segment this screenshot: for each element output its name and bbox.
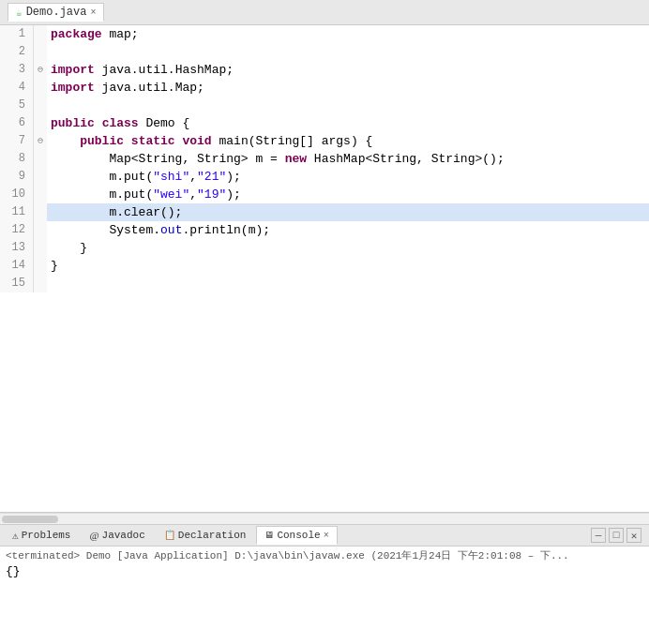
code-line-13: 13 }: [0, 239, 649, 257]
console-result: {}: [6, 564, 643, 578]
code-content-13: }: [47, 239, 649, 257]
code-content-2: [47, 43, 649, 61]
fold-indicator-6: [34, 114, 47, 132]
code-line-7: 7⊖ public static void main(String[] args…: [0, 132, 649, 150]
fold-indicator-7[interactable]: ⊖: [34, 132, 47, 150]
tab-javadoc-label: Javadoc: [102, 530, 145, 541]
fold-indicator-10: [34, 186, 47, 203]
code-content-1: package map;: [47, 25, 649, 43]
code-content-7: public static void main(String[] args) {: [47, 132, 649, 150]
code-line-15: 15: [0, 275, 649, 292]
editor-tab-demo[interactable]: ☕ Demo.java ×: [8, 3, 104, 22]
code-editor[interactable]: 1package map;2 3⊖import java.util.HashMa…: [0, 25, 649, 513]
h-scroll-thumb[interactable]: [2, 516, 58, 523]
code-line-12: 12 System.out.println(m);: [0, 221, 649, 239]
tab-declaration[interactable]: 📋 Declaration: [156, 526, 255, 545]
fold-indicator-1: [34, 25, 47, 43]
line-number-15: 15: [0, 275, 34, 292]
tab-console-label: Console: [277, 530, 320, 541]
console-output: <terminated> Demo [Java Application] D:\…: [0, 547, 649, 644]
close-panel-button[interactable]: ✕: [626, 528, 641, 543]
line-number-8: 8: [0, 150, 34, 168]
code-line-2: 2: [0, 43, 649, 61]
editor-title-bar: ☕ Demo.java ×: [0, 0, 649, 25]
line-number-9: 9: [0, 168, 34, 186]
code-content-15: [47, 275, 649, 292]
code-lines: 1package map;2 3⊖import java.util.HashMa…: [0, 25, 649, 292]
code-line-10: 10 m.put("wei","19");: [0, 186, 649, 203]
code-content-4: import java.util.Map;: [47, 79, 649, 97]
line-number-12: 12: [0, 221, 34, 239]
maximize-button[interactable]: □: [609, 528, 624, 543]
fold-indicator-4: [34, 79, 47, 97]
fold-indicator-9: [34, 168, 47, 186]
code-line-9: 9 m.put("shi","21");: [0, 168, 649, 186]
fold-indicator-11: [34, 203, 47, 221]
tab-declaration-label: Declaration: [178, 530, 247, 541]
fold-indicator-15: [34, 275, 47, 292]
code-line-3: 3⊖import java.util.HashMap;: [0, 61, 649, 79]
editor-tab-label: Demo.java: [26, 6, 87, 19]
line-number-3: 3: [0, 61, 34, 79]
code-content-12: System.out.println(m);: [47, 221, 649, 239]
code-content-6: public class Demo {: [47, 114, 649, 132]
code-line-5: 5: [0, 97, 649, 114]
file-icon: ☕: [16, 7, 23, 19]
code-content-8: Map<String, String> m = new HashMap<Stri…: [47, 150, 649, 168]
fold-indicator-3[interactable]: ⊖: [34, 61, 47, 79]
editor-tab-close[interactable]: ×: [90, 7, 96, 18]
fold-indicator-8: [34, 150, 47, 168]
tab-problems[interactable]: ⚠ Problems: [4, 526, 79, 545]
code-line-4: 4import java.util.Map;: [0, 79, 649, 97]
javadoc-icon: @: [89, 530, 98, 541]
console-tab-close[interactable]: ×: [324, 531, 329, 541]
bottom-toolbar: — □ ✕: [587, 528, 645, 543]
console-terminated-line: <terminated> Demo [Java Application] D:\…: [6, 548, 643, 562]
line-number-7: 7: [0, 132, 34, 150]
code-line-1: 1package map;: [0, 25, 649, 43]
code-content-11: m.clear();: [47, 203, 649, 221]
code-content-9: m.put("shi","21");: [47, 168, 649, 186]
line-number-1: 1: [0, 25, 34, 43]
bottom-panel: ⚠ Problems @ Javadoc 📋 Declaration 🖥 Con…: [0, 524, 649, 644]
problems-icon: ⚠: [12, 530, 19, 542]
code-content-10: m.put("wei","19");: [47, 186, 649, 203]
horizontal-scrollbar[interactable]: [0, 513, 649, 524]
line-number-5: 5: [0, 97, 34, 114]
tab-javadoc[interactable]: @ Javadoc: [81, 526, 153, 545]
fold-indicator-2: [34, 43, 47, 61]
line-number-6: 6: [0, 114, 34, 132]
code-line-8: 8 Map<String, String> m = new HashMap<St…: [0, 150, 649, 168]
tab-console[interactable]: 🖥 Console ×: [256, 526, 337, 545]
line-number-13: 13: [0, 239, 34, 257]
line-number-2: 2: [0, 43, 34, 61]
console-icon: 🖥: [264, 530, 274, 541]
tab-problems-label: Problems: [22, 530, 71, 541]
fold-indicator-14: [34, 257, 47, 275]
code-line-14: 14}: [0, 257, 649, 275]
fold-indicator-13: [34, 239, 47, 257]
line-number-11: 11: [0, 203, 34, 221]
code-line-11: 11 m.clear();: [0, 203, 649, 221]
line-number-10: 10: [0, 186, 34, 203]
code-line-6: 6public class Demo {: [0, 114, 649, 132]
bottom-tab-bar: ⚠ Problems @ Javadoc 📋 Declaration 🖥 Con…: [0, 524, 649, 547]
minimize-button[interactable]: —: [591, 528, 606, 543]
line-number-14: 14: [0, 257, 34, 275]
line-number-4: 4: [0, 79, 34, 97]
code-content-14: }: [47, 257, 649, 275]
code-content-5: [47, 97, 649, 114]
fold-indicator-12: [34, 221, 47, 239]
fold-indicator-5: [34, 97, 47, 114]
code-content-3: import java.util.HashMap;: [47, 61, 649, 79]
declaration-icon: 📋: [164, 530, 175, 541]
